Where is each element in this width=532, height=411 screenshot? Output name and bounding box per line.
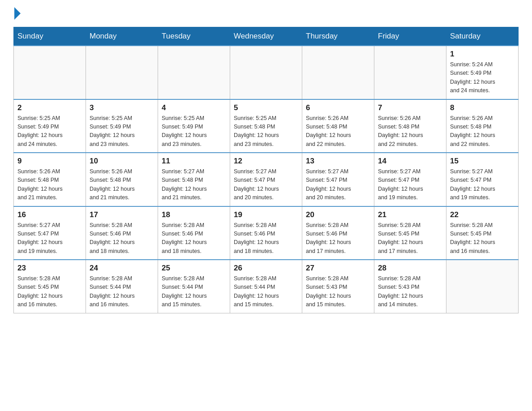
- calendar-week-row-5: 23Sunrise: 5:28 AM Sunset: 5:45 PM Dayli…: [14, 260, 519, 313]
- calendar-cell: 22Sunrise: 5:28 AM Sunset: 5:45 PM Dayli…: [446, 206, 519, 260]
- day-number: 25: [162, 264, 226, 273]
- day-info: Sunrise: 5:26 AM Sunset: 5:48 PM Dayligh…: [17, 167, 82, 202]
- day-info: Sunrise: 5:27 AM Sunset: 5:47 PM Dayligh…: [17, 221, 82, 256]
- calendar-cell: 26Sunrise: 5:28 AM Sunset: 5:44 PM Dayli…: [230, 260, 302, 313]
- calendar-cell: [446, 260, 519, 313]
- day-number: 26: [234, 264, 298, 273]
- logo-arrow-icon: [14, 7, 21, 20]
- calendar-cell: 10Sunrise: 5:26 AM Sunset: 5:48 PM Dayli…: [86, 153, 158, 206]
- day-number: 24: [90, 264, 154, 273]
- calendar-cell: 19Sunrise: 5:28 AM Sunset: 5:46 PM Dayli…: [230, 206, 302, 260]
- day-number: 10: [90, 157, 154, 166]
- day-info: Sunrise: 5:28 AM Sunset: 5:46 PM Dayligh…: [90, 221, 154, 256]
- day-info: Sunrise: 5:27 AM Sunset: 5:47 PM Dayligh…: [450, 167, 515, 202]
- calendar-cell: 27Sunrise: 5:28 AM Sunset: 5:43 PM Dayli…: [302, 260, 374, 313]
- day-number: 28: [378, 264, 442, 273]
- calendar-cell: [158, 46, 230, 99]
- day-number: 27: [306, 264, 370, 273]
- calendar-cell: [230, 46, 302, 99]
- calendar-cell: [86, 46, 158, 99]
- calendar-week-row-4: 16Sunrise: 5:27 AM Sunset: 5:47 PM Dayli…: [14, 206, 519, 260]
- day-info: Sunrise: 5:27 AM Sunset: 5:47 PM Dayligh…: [306, 167, 370, 202]
- calendar-cell: [14, 46, 86, 99]
- day-info: Sunrise: 5:25 AM Sunset: 5:49 PM Dayligh…: [17, 114, 82, 149]
- day-info: Sunrise: 5:26 AM Sunset: 5:48 PM Dayligh…: [90, 167, 154, 202]
- day-info: Sunrise: 5:28 AM Sunset: 5:44 PM Dayligh…: [162, 274, 226, 309]
- day-info: Sunrise: 5:25 AM Sunset: 5:49 PM Dayligh…: [162, 114, 226, 149]
- day-info: Sunrise: 5:27 AM Sunset: 5:47 PM Dayligh…: [234, 167, 298, 202]
- calendar-header-thursday: Thursday: [302, 27, 374, 46]
- day-info: Sunrise: 5:28 AM Sunset: 5:45 PM Dayligh…: [378, 221, 442, 256]
- day-number: 6: [306, 103, 370, 112]
- day-info: Sunrise: 5:26 AM Sunset: 5:48 PM Dayligh…: [378, 114, 442, 149]
- calendar-cell: 28Sunrise: 5:28 AM Sunset: 5:43 PM Dayli…: [374, 260, 446, 313]
- calendar-header-monday: Monday: [86, 27, 158, 46]
- calendar-cell: 1Sunrise: 5:24 AM Sunset: 5:49 PM Daylig…: [446, 46, 519, 99]
- day-number: 12: [234, 157, 298, 166]
- calendar-cell: 25Sunrise: 5:28 AM Sunset: 5:44 PM Dayli…: [158, 260, 230, 313]
- day-info: Sunrise: 5:28 AM Sunset: 5:44 PM Dayligh…: [234, 274, 298, 309]
- calendar-header-wednesday: Wednesday: [230, 27, 302, 46]
- calendar-cell: [374, 46, 446, 99]
- calendar-table: SundayMondayTuesdayWednesdayThursdayFrid…: [13, 27, 519, 313]
- day-info: Sunrise: 5:28 AM Sunset: 5:46 PM Dayligh…: [306, 221, 370, 256]
- calendar-cell: 24Sunrise: 5:28 AM Sunset: 5:44 PM Dayli…: [86, 260, 158, 313]
- calendar-cell: 4Sunrise: 5:25 AM Sunset: 5:49 PM Daylig…: [158, 99, 230, 153]
- day-number: 22: [450, 210, 515, 219]
- day-info: Sunrise: 5:28 AM Sunset: 5:43 PM Dayligh…: [378, 274, 442, 309]
- calendar-header-saturday: Saturday: [446, 27, 519, 46]
- calendar-header-row: SundayMondayTuesdayWednesdayThursdayFrid…: [14, 27, 519, 46]
- day-info: Sunrise: 5:28 AM Sunset: 5:44 PM Dayligh…: [90, 274, 154, 309]
- day-number: 14: [378, 157, 442, 166]
- calendar-cell: 6Sunrise: 5:26 AM Sunset: 5:48 PM Daylig…: [302, 99, 374, 153]
- calendar-week-row-1: 1Sunrise: 5:24 AM Sunset: 5:49 PM Daylig…: [14, 46, 519, 99]
- day-number: 11: [162, 157, 226, 166]
- calendar-cell: 5Sunrise: 5:25 AM Sunset: 5:48 PM Daylig…: [230, 99, 302, 153]
- day-number: 4: [162, 103, 226, 112]
- calendar-cell: 3Sunrise: 5:25 AM Sunset: 5:49 PM Daylig…: [86, 99, 158, 153]
- day-info: Sunrise: 5:27 AM Sunset: 5:47 PM Dayligh…: [378, 167, 442, 202]
- day-number: 13: [306, 157, 370, 166]
- calendar-cell: 12Sunrise: 5:27 AM Sunset: 5:47 PM Dayli…: [230, 153, 302, 206]
- calendar-cell: [302, 46, 374, 99]
- day-number: 16: [17, 210, 82, 219]
- calendar-cell: 23Sunrise: 5:28 AM Sunset: 5:45 PM Dayli…: [14, 260, 86, 313]
- calendar-cell: 7Sunrise: 5:26 AM Sunset: 5:48 PM Daylig…: [374, 99, 446, 153]
- day-info: Sunrise: 5:28 AM Sunset: 5:43 PM Dayligh…: [306, 274, 370, 309]
- day-info: Sunrise: 5:28 AM Sunset: 5:46 PM Dayligh…: [234, 221, 298, 256]
- calendar-cell: 14Sunrise: 5:27 AM Sunset: 5:47 PM Dayli…: [374, 153, 446, 206]
- day-number: 9: [17, 157, 82, 166]
- day-number: 19: [234, 210, 298, 219]
- day-info: Sunrise: 5:25 AM Sunset: 5:49 PM Dayligh…: [90, 114, 154, 149]
- calendar-cell: 17Sunrise: 5:28 AM Sunset: 5:46 PM Dayli…: [86, 206, 158, 260]
- day-info: Sunrise: 5:28 AM Sunset: 5:45 PM Dayligh…: [450, 221, 515, 256]
- day-number: 15: [450, 157, 515, 166]
- calendar-header-friday: Friday: [374, 27, 446, 46]
- calendar-header-tuesday: Tuesday: [158, 27, 230, 46]
- day-info: Sunrise: 5:24 AM Sunset: 5:49 PM Dayligh…: [450, 60, 515, 95]
- logo: [13, 9, 21, 18]
- calendar-header-sunday: Sunday: [14, 27, 86, 46]
- calendar-cell: 21Sunrise: 5:28 AM Sunset: 5:45 PM Dayli…: [374, 206, 446, 260]
- calendar-cell: 2Sunrise: 5:25 AM Sunset: 5:49 PM Daylig…: [14, 99, 86, 153]
- day-number: 20: [306, 210, 370, 219]
- day-number: 23: [17, 264, 82, 273]
- day-number: 8: [450, 103, 515, 112]
- day-number: 21: [378, 210, 442, 219]
- calendar-cell: 15Sunrise: 5:27 AM Sunset: 5:47 PM Dayli…: [446, 153, 519, 206]
- calendar-cell: 11Sunrise: 5:27 AM Sunset: 5:48 PM Dayli…: [158, 153, 230, 206]
- day-number: 1: [450, 50, 515, 59]
- day-number: 5: [234, 103, 298, 112]
- calendar-cell: 16Sunrise: 5:27 AM Sunset: 5:47 PM Dayli…: [14, 206, 86, 260]
- day-number: 18: [162, 210, 226, 219]
- day-info: Sunrise: 5:26 AM Sunset: 5:48 PM Dayligh…: [450, 114, 515, 149]
- day-number: 2: [17, 103, 82, 112]
- day-number: 17: [90, 210, 154, 219]
- calendar-cell: 18Sunrise: 5:28 AM Sunset: 5:46 PM Dayli…: [158, 206, 230, 260]
- day-number: 7: [378, 103, 442, 112]
- day-info: Sunrise: 5:28 AM Sunset: 5:46 PM Dayligh…: [162, 221, 226, 256]
- calendar-cell: 20Sunrise: 5:28 AM Sunset: 5:46 PM Dayli…: [302, 206, 374, 260]
- day-info: Sunrise: 5:28 AM Sunset: 5:45 PM Dayligh…: [17, 274, 82, 309]
- calendar-week-row-2: 2Sunrise: 5:25 AM Sunset: 5:49 PM Daylig…: [14, 99, 519, 153]
- calendar-week-row-3: 9Sunrise: 5:26 AM Sunset: 5:48 PM Daylig…: [14, 153, 519, 206]
